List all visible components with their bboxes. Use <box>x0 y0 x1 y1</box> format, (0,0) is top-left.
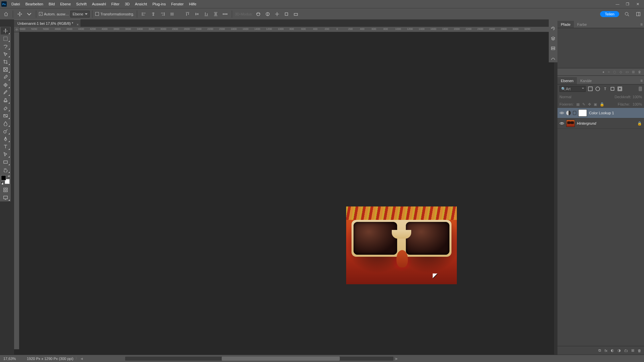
layers-panel-icon[interactable] <box>549 35 557 42</box>
delete-layer-icon[interactable]: 🗑 <box>638 349 641 353</box>
color-swatches[interactable]: ⇄ <box>1 175 10 184</box>
stroke-path-icon[interactable]: ○ <box>608 70 610 74</box>
lasso-tool[interactable] <box>1 43 10 50</box>
add-mask-icon[interactable]: ◐ <box>611 348 614 353</box>
tab-ebenen[interactable]: Ebenen <box>557 77 577 84</box>
menu-item[interactable]: Bild <box>46 0 57 8</box>
tab-pfade[interactable]: Pfade <box>557 21 574 28</box>
fill-path-icon[interactable]: ● <box>602 70 604 74</box>
layer-name[interactable]: Hintergrund <box>577 121 596 125</box>
menu-item[interactable]: Schrift <box>73 0 89 8</box>
filter-smart-icon[interactable] <box>617 86 623 92</box>
rectangle-tool[interactable] <box>1 158 10 166</box>
align-left-icon[interactable] <box>140 10 148 18</box>
menu-item[interactable]: Auswahl <box>89 0 109 8</box>
menu-item[interactable]: Bearbeiten <box>23 0 46 8</box>
move-tool[interactable] <box>1 27 10 35</box>
layer-thumb[interactable] <box>566 120 575 127</box>
lock-artboard-icon[interactable]: ▣ <box>594 102 597 107</box>
screenmode-tool[interactable] <box>1 194 10 201</box>
eyedropper-tool[interactable] <box>1 73 10 81</box>
layer-mask-thumb[interactable] <box>578 109 587 117</box>
link-icon[interactable] <box>573 111 576 115</box>
lock-position-icon[interactable]: ✎ <box>582 102 585 107</box>
default-colors-icon[interactable] <box>1 182 3 185</box>
zoom-level[interactable]: 17,63% <box>3 357 27 361</box>
quickmask-tool[interactable] <box>1 186 10 193</box>
document-image[interactable] <box>346 206 457 284</box>
layer-item[interactable]: Hintergrund 🔒 <box>557 118 644 129</box>
new-layer-icon[interactable]: ⊞ <box>631 348 634 353</box>
lock-icon[interactable]: 🔒 <box>637 121 642 126</box>
minimize-button[interactable]: — <box>614 1 621 7</box>
align-right-icon[interactable] <box>159 10 167 18</box>
panel-menu-icon[interactable]: ≡ <box>640 22 643 27</box>
frame-tool[interactable] <box>1 66 10 73</box>
link-layers-icon[interactable]: ⧉ <box>598 348 601 353</box>
filter-type-icon[interactable]: T <box>602 86 608 92</box>
path-from-selection-icon[interactable]: ◇ <box>620 70 622 74</box>
ruler-origin[interactable] <box>14 27 19 32</box>
filter-shape-icon[interactable] <box>610 86 615 92</box>
blend-mode-dropdown[interactable]: Normal <box>559 95 571 99</box>
horizontal-ruler[interactable]: 5400520050004800460044004200400038003600… <box>19 27 554 32</box>
path-select-tool[interactable] <box>1 150 10 158</box>
adjustments-panel-icon[interactable] <box>549 55 557 62</box>
history-panel-icon[interactable] <box>549 25 557 32</box>
filter-adjust-icon[interactable] <box>595 86 600 92</box>
foreground-color[interactable] <box>1 175 6 180</box>
lock-pixels-icon[interactable]: ▦ <box>576 102 580 107</box>
new-adjustment-icon[interactable]: ◑ <box>618 348 621 353</box>
fill-value[interactable]: 100% <box>633 102 642 106</box>
menu-item[interactable]: Plug-ins <box>150 0 168 8</box>
search-icon[interactable] <box>623 10 631 18</box>
menu-item[interactable]: Hilfe <box>186 0 199 8</box>
panel-menu-icon[interactable]: ≡ <box>640 78 643 83</box>
brush-tool[interactable] <box>1 89 10 96</box>
dodge-tool[interactable] <box>1 127 10 135</box>
auto-select-target-dropdown[interactable]: Ebene <box>70 11 90 17</box>
layer-item[interactable]: Color Lookup 1 <box>557 108 644 118</box>
swap-colors-icon[interactable]: ⇄ <box>8 175 10 178</box>
move-tool-icon[interactable] <box>16 10 24 18</box>
delete-path-icon[interactable]: 🗑 <box>638 70 641 74</box>
doc-info-chevron-icon[interactable]: 〉 <box>75 356 78 361</box>
scroll-left-icon[interactable]: ◀ <box>80 357 83 360</box>
new-path-icon[interactable]: ⊞ <box>632 70 635 74</box>
stamp-tool[interactable] <box>1 97 10 104</box>
new-group-icon[interactable]: 🗀 <box>624 349 628 353</box>
menu-item[interactable]: Ansicht <box>132 0 150 8</box>
gradient-tool[interactable] <box>1 112 10 119</box>
vertical-ruler[interactable] <box>14 32 19 349</box>
restore-button[interactable]: ❐ <box>624 1 631 7</box>
healing-tool[interactable] <box>1 81 10 88</box>
quick-select-tool[interactable] <box>1 50 10 58</box>
scroll-right-icon[interactable]: ▶ <box>395 357 398 360</box>
layer-filter-dropdown[interactable]: 🔍 Art <box>559 86 586 92</box>
preset-dropdown-icon[interactable] <box>25 10 33 18</box>
tab-farbe[interactable]: Farbe <box>574 21 590 28</box>
add-mask-icon[interactable]: ▭ <box>626 70 629 74</box>
menu-item[interactable]: Filter <box>109 0 122 8</box>
visibility-icon[interactable] <box>559 111 564 115</box>
lock-all-icon[interactable]: 🔒 <box>600 102 604 107</box>
selection-from-path-icon[interactable]: ◌ <box>613 70 616 74</box>
layer-name[interactable]: Color Lookup 1 <box>589 111 614 115</box>
filter-toggle[interactable] <box>639 86 642 91</box>
menu-item[interactable]: Ebene <box>57 0 73 8</box>
auto-select-checkbox[interactable]: ✓Autom. ausw… <box>39 12 69 16</box>
type-tool[interactable] <box>1 143 10 150</box>
workspace-icon[interactable] <box>635 10 642 18</box>
h-scrollbar[interactable] <box>125 357 393 361</box>
tab-kanale[interactable]: Kanäle <box>577 77 595 84</box>
home-button[interactable] <box>2 10 10 18</box>
lock-move-icon[interactable]: ✥ <box>588 102 591 107</box>
menu-item[interactable]: Fenster <box>168 0 186 8</box>
marquee-tool[interactable] <box>1 35 10 42</box>
align-top-icon[interactable] <box>183 10 192 18</box>
crop-tool[interactable] <box>1 58 10 65</box>
filter-pixel-icon[interactable] <box>588 86 593 92</box>
pen-tool[interactable] <box>1 135 10 142</box>
align-center-h-icon[interactable] <box>149 10 157 18</box>
distribute-icon[interactable] <box>212 10 220 18</box>
